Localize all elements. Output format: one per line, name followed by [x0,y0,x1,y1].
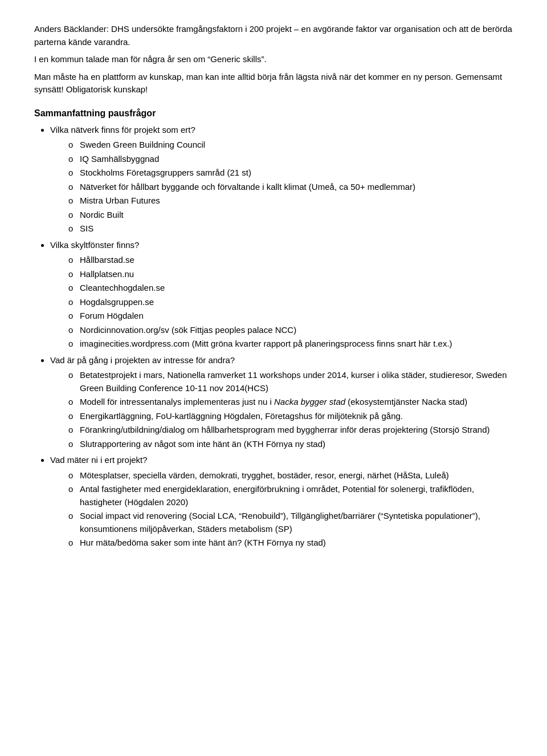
list-item: Antal fastigheter med energideklaration,… [66,483,513,509]
list-item: Sweden Green Buildning Council [66,139,513,152]
list-item-networks: Vilka nätverk finns för projekt som ert?… [50,124,513,235]
list-item: Stockholms Företagsgruppers samråd (21 s… [66,166,513,180]
list-item: IQ Samhällsbyggnad [66,153,513,166]
list-item: Nätverket för hållbart byggande och förv… [66,181,513,194]
list-item: Hallplatsen.nu [66,268,513,281]
list-item: Hogdalsgruppen.se [66,296,513,309]
list-item: Nordicinnovation.org/sv (sök Fittjas peo… [66,324,513,337]
list-item-ongoing: Vad är på gång i projekten av intresse f… [50,354,513,451]
list-item-measuring: Vad mäter ni i ert projekt? Mötesplatser… [50,454,513,550]
list-item: Förankring/utbildning/dialog om hållbarh… [66,424,513,437]
list-item: imaginecities.wordpress.com (Mitt gröna … [66,338,513,351]
list-item: Social impact vid renovering (Social LCA… [66,510,513,535]
measuring-sublist: Mötesplatser, speciella värden, demokrat… [50,469,513,550]
list-item: Cleantechhogdalen.se [66,282,513,295]
showcases-question: Vilka skyltfönster finns? [50,240,139,250]
intro-p1: Anders Bäcklander: DHS undersökte framgå… [34,23,513,48]
showcases-sublist: Hållbarstad.se Hallplatsen.nu Cleantechh… [50,254,513,351]
document-content: Anders Bäcklander: DHS undersökte framgå… [34,23,513,550]
main-list: Vilka nätverk finns för projekt som ert?… [34,124,513,550]
list-item: Nordic Built [66,209,513,222]
list-item: SIS [66,222,513,235]
list-item: Betatestprojekt i mars, Nationella ramve… [66,369,513,395]
ongoing-sublist: Betatestprojekt i mars, Nationella ramve… [50,369,513,450]
ongoing-question: Vad är på gång i projekten av intresse f… [50,355,235,365]
measuring-question: Vad mäter ni i ert projekt? [50,455,148,465]
list-item-showcases: Vilka skyltfönster finns? Hållbarstad.se… [50,239,513,351]
networks-question: Vilka nätverk finns för projekt som ert? [50,125,195,135]
list-item: Mistra Urban Futures [66,194,513,208]
list-item: Mötesplatser, speciella värden, demokrat… [66,469,513,482]
networks-sublist: Sweden Green Buildning Council IQ Samhäl… [50,139,513,235]
list-item: Forum Högdalen [66,310,513,323]
section-heading: Sammanfattning pausfrågor [34,107,513,120]
list-item: Energikartläggning, FoU-kartläggning Hög… [66,410,513,423]
intro-p3: Man måste ha en plattform av kunskap, ma… [34,71,513,96]
italic-text: Nacka bygger stad [274,397,345,407]
list-item: Modell för intressentanalys implementera… [66,396,513,409]
list-item: Hur mäta/bedöma saker som inte hänt än? … [66,536,513,550]
list-item: Slutrapportering av något som inte hänt … [66,438,513,451]
list-item: Hållbarstad.se [66,254,513,267]
intro-p2: I en kommun talade man för några år sen … [34,53,513,66]
